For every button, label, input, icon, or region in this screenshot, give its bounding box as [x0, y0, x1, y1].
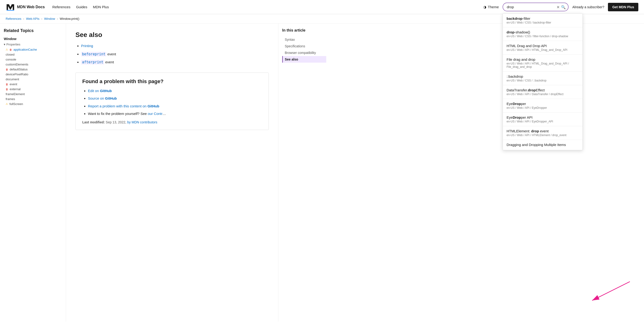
dropdown-item-path-8: en-US / Web / API / HTMLElement / drop_e… — [506, 133, 579, 137]
sidebar-label-document: document — [6, 77, 19, 81]
dropdown-item-0[interactable]: backdrop-filter en-US / Web / CSS / back… — [503, 14, 582, 27]
sidebar-item-devicepixelratio[interactable]: devicePixelRatio — [4, 72, 62, 77]
sidebar-item-frameelement[interactable]: frameElement — [4, 92, 62, 96]
toc-specifications[interactable]: Specifications — [282, 43, 326, 49]
last-modified-date: Sep 13, 2022, — [106, 120, 126, 124]
dropdown-item-title-6: EyeDropper — [506, 102, 579, 106]
dropdown-item-7[interactable]: EyeDropper API en-US / Web / API / EyeDr… — [503, 113, 582, 126]
nav-mdn-plus[interactable]: MDN Plus — [93, 5, 109, 9]
dropdown-item-path-6: en-US / Web / API / EyeDropper — [506, 106, 579, 109]
problem-box: Found a problem with this page? Edit on … — [76, 72, 269, 130]
dropdown-item-path-7: en-US / Web / API / EyeDropper_API — [506, 120, 579, 123]
sidebar-item-external[interactable]: 🗑 external — [4, 87, 62, 92]
dropdown-item-2[interactable]: HTML Drag and Drop API en-US / Web / API… — [503, 41, 582, 55]
sidebar-label-defaultstatus: defaultStatus — [10, 68, 28, 71]
dropdown-item-path-0: en-US / Web / CSS / backdrop-filter — [506, 21, 579, 24]
right-panel: In this article Syntax Specifications Br… — [278, 23, 330, 322]
dropdown-item-5[interactable]: DataTransfer.dropEffect en-US / Web / AP… — [503, 85, 582, 99]
breadcrumb-window[interactable]: Window — [44, 17, 55, 20]
sidebar-item-customelements[interactable]: customElements — [4, 62, 62, 67]
logo-text: MDN Web Docs — [17, 5, 45, 9]
dropdown-item-4[interactable]: ::backdrop en-US / Web / CSS / ::backdro… — [503, 72, 582, 85]
toc-syntax[interactable]: Syntax — [282, 36, 326, 43]
warning-icon: ⚠ — [6, 48, 8, 51]
printing-link[interactable]: Printing — [81, 44, 93, 48]
breadcrumb-sep-2: › — [41, 17, 42, 20]
sidebar-label-external: external — [10, 87, 20, 91]
dropdown-item-title-8: HTMLElement: drop event — [506, 129, 579, 133]
deprecated-icon-4: 🗑 — [6, 88, 8, 91]
see-also-item-afterprint: afterprint event — [81, 59, 269, 65]
sidebar: Related Topics Window ▾ Properties ⚠ 🗑 a… — [0, 23, 66, 322]
sidebar-label-console: console — [6, 58, 16, 61]
in-article-title: In this article — [282, 28, 326, 32]
sidebar-item-event[interactable]: 🗑 event — [4, 82, 62, 87]
mdn-contributors-link[interactable]: by MDN contributors — [127, 120, 158, 124]
sidebar-item-defaultstatus[interactable]: 🗑 defaultStatus — [4, 67, 62, 72]
problem-item-edit: Edit on GitHub — [88, 88, 262, 94]
last-modified: Last modified: Sep 13, 2022, by MDN cont… — [82, 120, 262, 124]
experimental-icon: ⚠ — [6, 102, 8, 105]
toc-see-also[interactable]: See also — [282, 56, 326, 63]
dropdown-item-title-1: drop-shadow() — [506, 30, 579, 34]
nav-references[interactable]: References — [52, 5, 70, 9]
breadcrumb-references[interactable]: References — [6, 17, 21, 20]
problem-item-source: Source on GitHub — [88, 96, 262, 101]
sidebar-item-console[interactable]: console — [4, 57, 62, 62]
sidebar-item-frames[interactable]: frames — [4, 96, 62, 101]
sidebar-label-closed: closed — [6, 53, 14, 56]
dropdown-item-title-7: EyeDropper API — [506, 115, 579, 119]
contrib-link[interactable]: our Contr — [148, 112, 163, 116]
deprecated-icon: 🗑 — [10, 48, 12, 51]
nav-guides[interactable]: Guides — [76, 5, 88, 9]
breadcrumb-web-apis[interactable]: Web APIs — [26, 17, 39, 20]
section-title: See also — [76, 31, 269, 39]
mdn-logo-icon — [6, 2, 15, 12]
dropdown-item-path-1: en-US / Web / CSS / filter-function / dr… — [506, 35, 579, 38]
search-wrapper: ✕ 🔍 backdrop-filter en-US / Web / CSS / … — [502, 2, 568, 11]
breadcrumb-sep-1: › — [23, 17, 24, 20]
get-mdn-button[interactable]: Get MDN Plus — [608, 3, 638, 11]
dropdown-item-title-2: HTML Drag and Drop API — [506, 44, 579, 48]
edit-github-link[interactable]: Edit on GitHub — [88, 89, 112, 93]
sidebar-item-closed[interactable]: closed — [4, 52, 62, 57]
search-submit-button[interactable]: 🔍 — [561, 5, 566, 9]
dropdown-item-1[interactable]: drop-shadow() en-US / Web / CSS / filter… — [503, 27, 582, 41]
dropdown-item-title-0: backdrop-filter — [506, 16, 579, 20]
dropdown-item-3[interactable]: File drag and drop en-US / Web / API / H… — [503, 55, 582, 72]
theme-button[interactable]: ◑ Theme — [483, 5, 499, 9]
afterprint-link[interactable]: afterprint — [81, 60, 104, 64]
sidebar-link-applicationcache[interactable]: applicationCache — [14, 48, 37, 51]
sidebar-item-applicationcache[interactable]: ⚠ 🗑 applicationCache — [4, 47, 62, 52]
last-modified-label: Last modified: — [82, 120, 105, 124]
dropdown-item-6[interactable]: EyeDropper en-US / Web / API / EyeDroppe… — [503, 99, 582, 113]
problem-title: Found a problem with this page? — [82, 78, 262, 84]
toc-browser-compatibility[interactable]: Browser compatibility — [282, 49, 326, 56]
source-github-link[interactable]: Source on GitHub — [88, 96, 117, 100]
see-also-item-beforeprint: beforeprint event — [81, 51, 269, 57]
sidebar-item-fullscreen[interactable]: ⚠ fullScreen — [4, 101, 62, 106]
logo-link[interactable]: MDN Web Docs — [6, 2, 45, 12]
sidebar-group-properties[interactable]: ▾ Properties — [4, 43, 62, 46]
sidebar-title: Related Topics — [4, 28, 62, 33]
sidebar-label-frameelement: frameElement — [6, 92, 25, 96]
header-right: ◑ Theme ✕ 🔍 backdrop-filter en-US / Web … — [483, 2, 638, 11]
dropdown-item-title-4: ::backdrop — [506, 74, 579, 78]
report-github-link[interactable]: Report a problem with this content on Gi… — [88, 104, 159, 108]
dropdown-item-8[interactable]: HTMLElement: drop event en-US / Web / AP… — [503, 126, 582, 140]
sidebar-label-fullscreen: fullScreen — [10, 102, 23, 106]
sidebar-label-frames: frames — [6, 97, 15, 101]
deprecated-icon-3: 🗑 — [6, 83, 8, 86]
dropdown-item-title-9: Dragging and Dropping Multiple Items — [506, 143, 579, 147]
deprecated-icon-2: 🗑 — [6, 68, 8, 71]
beforeprint-link[interactable]: beforeprint — [81, 52, 106, 56]
dropdown-item-path-2: en-US / Web / API / HTML_Drag_and_Drop_A… — [506, 48, 579, 51]
dropdown-item-9[interactable]: Dragging and Dropping Multiple Items — [503, 140, 582, 150]
sidebar-label-devicepixelratio: devicePixelRatio — [6, 72, 28, 76]
sidebar-item-document[interactable]: document — [4, 77, 62, 82]
subscriber-text: Already a subscriber? — [572, 5, 604, 9]
theme-icon: ◑ — [483, 5, 486, 9]
problem-item-fix: Want to fix the problem yourself? See ou… — [88, 111, 262, 117]
search-clear-button[interactable]: ✕ — [556, 5, 560, 9]
see-also-item-printing: Printing — [81, 43, 269, 49]
